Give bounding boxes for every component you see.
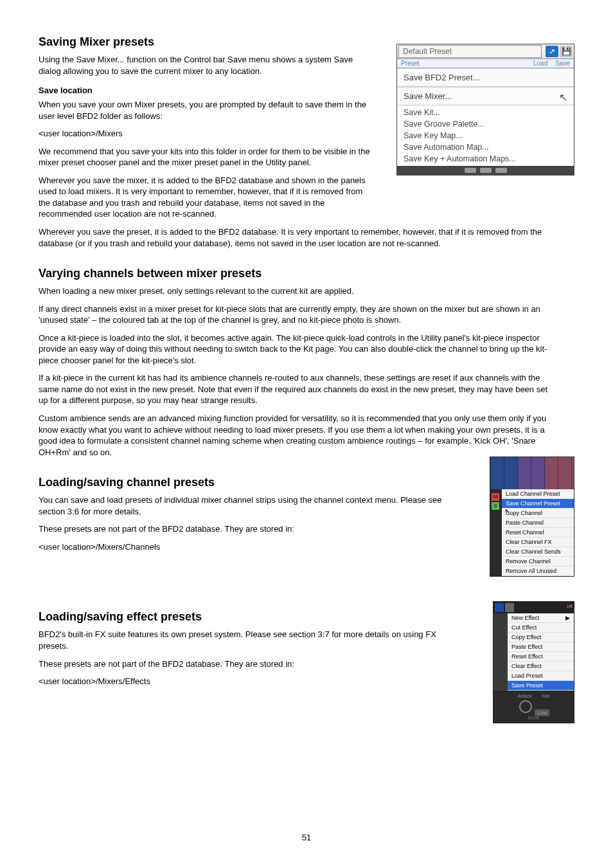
cursor-icon: ↖ xyxy=(559,91,567,104)
label-attack: Attack xyxy=(518,693,532,699)
menu-item-clear-effect[interactable]: Clear Effect xyxy=(508,662,574,671)
figure-save-menu: Default Preset ↗ 💾 Preset Load Save Save… xyxy=(396,44,574,176)
paragraph: Custom ambience sends are an advanced mi… xyxy=(39,413,553,458)
paragraph: You can save and load presets of individ… xyxy=(39,494,450,517)
paragraph: If a kit-piece in the current kit has ha… xyxy=(39,372,553,406)
heading-varying-channels: Varying channels between mixer presets xyxy=(39,267,574,280)
menu-item-save-kit[interactable]: Save Kit... xyxy=(397,107,574,118)
toolbar-bottom xyxy=(397,166,574,175)
menu-item-copy-effect[interactable]: Copy Effect xyxy=(508,633,574,642)
paragraph: BFD2's built-in FX suite features its ow… xyxy=(39,629,450,651)
paragraph: These presets are not part of the BFD2 d… xyxy=(39,523,450,535)
paragraph: These presets are not part of the BFD2 d… xyxy=(39,658,450,670)
save-icon[interactable]: 💾 xyxy=(560,46,573,57)
label-preset: Preset xyxy=(401,60,533,67)
fx-slot-icon[interactable] xyxy=(505,603,514,612)
menu-item-save-bfd2-preset[interactable]: Save BFD2 Preset... xyxy=(397,68,574,87)
label-rel: Rel xyxy=(542,693,549,699)
label-mode: Mode xyxy=(496,716,571,720)
menu-item-load-preset[interactable]: Load Preset xyxy=(508,671,574,681)
knob-icon[interactable] xyxy=(519,700,532,713)
menu-item-paste-channel[interactable]: Paste Channel xyxy=(502,518,574,528)
label-ult: ult xyxy=(567,603,573,612)
paragraph: Wherever you save the mixer, it is added… xyxy=(39,175,373,220)
menu-item-save-mixer[interactable]: Save Mixer... ↖ xyxy=(397,87,574,105)
page-number: 51 xyxy=(0,833,613,842)
preset-field[interactable]: Default Preset xyxy=(398,45,542,58)
submenu-arrow-icon: ▶ xyxy=(565,615,570,621)
label-save: Save xyxy=(555,60,570,67)
menu-item-remove-channel[interactable]: Remove Channel xyxy=(502,557,574,566)
menu-item-clear-channel-sends[interactable]: Clear Channel Sends xyxy=(502,547,574,557)
menu-item-new-effect[interactable]: New Effect ▶ xyxy=(508,613,574,623)
mute-button[interactable]: M xyxy=(492,493,499,501)
channel-strips xyxy=(490,457,574,489)
menu-item-label: New Effect xyxy=(511,615,539,621)
paragraph: Once a kit-piece is loaded into the slot… xyxy=(39,332,553,366)
menu-item-paste-effect[interactable]: Paste Effect xyxy=(508,642,574,652)
menu-item-cut-effect[interactable]: Cut Effect xyxy=(508,623,574,633)
menu-item-label: Save Mixer... xyxy=(404,91,452,101)
paragraph: Wherever you save the preset, it is adde… xyxy=(39,226,553,249)
paragraph: When you save your own Mixer presets, yo… xyxy=(39,99,373,122)
menu-item-reset-effect[interactable]: Reset Effect xyxy=(508,652,574,662)
menu-item-save-groove-palette[interactable]: Save Groove Palette... xyxy=(397,118,574,130)
cursor-icon: ↖ xyxy=(504,507,510,516)
paragraph: Using the Save Mixer... function on the … xyxy=(39,54,373,77)
menu-item-save-key-automation-maps[interactable]: Save Key + Automation Maps... xyxy=(397,153,574,165)
open-icon[interactable]: ↗ xyxy=(546,46,558,57)
menu-item-copy-channel[interactable]: Copy Channel xyxy=(502,509,574,518)
menu-item-remove-all-unused[interactable]: Remove All Unused xyxy=(502,566,574,576)
solo-button[interactable]: S xyxy=(492,502,499,510)
paragraph: We recommend that you save your kits int… xyxy=(39,146,373,168)
figure-channel-context-menu: M S Load Channel Preset Save Channel Pre… xyxy=(490,457,574,577)
path-text: <user location>/Mixers xyxy=(39,128,373,140)
menu-item-save-channel-preset[interactable]: Save Channel Preset xyxy=(502,499,574,509)
menu-item-clear-channel-fx[interactable]: Clear Channel FX xyxy=(502,538,574,547)
paragraph: If any direct channels exist in a mixer … xyxy=(39,303,553,326)
paragraph: When loading a new mixer preset, only se… xyxy=(39,285,553,297)
menu-item-save-key-map[interactable]: Save Key Map... xyxy=(397,130,574,141)
label-load: Load xyxy=(533,60,547,67)
menu-item-load-channel-preset[interactable]: Load Channel Preset xyxy=(502,489,574,499)
menu-item-save-automation-map[interactable]: Save Automation Map... xyxy=(397,141,574,153)
menu-item-reset-channel[interactable]: Reset Channel xyxy=(502,528,574,538)
fx-slot-icon[interactable] xyxy=(495,603,504,612)
menu-item-save-preset[interactable]: Save Preset xyxy=(508,681,574,691)
figure-effect-context-menu: ult New Effect ▶ Cut Effect Copy Effect … xyxy=(493,601,574,723)
